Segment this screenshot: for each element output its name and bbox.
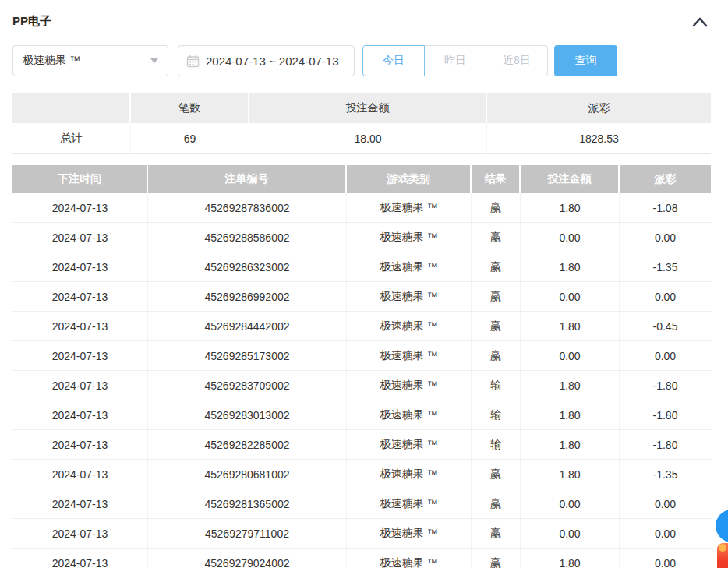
cell-result: 赢: [472, 252, 521, 281]
cell-bet-amount: 1.80: [521, 312, 620, 340]
cell-bet-time: 2024-07-13: [12, 371, 148, 400]
chevron-up-icon[interactable]: [691, 15, 709, 29]
summary-total-count: 69: [131, 123, 249, 153]
cell-result: 赢: [472, 460, 521, 489]
cell-result: 赢: [472, 223, 521, 252]
cell-order-id: 45269285173002: [148, 341, 347, 370]
cell-bet-time: 2024-07-13: [12, 400, 148, 429]
cell-bet-amount: 1.80: [521, 400, 620, 429]
table-row: 2024-07-1345269284442002极速糖果 ™赢1.80-0.45: [12, 312, 711, 341]
cell-payout: -1.08: [620, 193, 711, 222]
cell-bet-amount: 1.80: [521, 252, 620, 281]
cell-bet-time: 2024-07-13: [12, 252, 148, 281]
cell-payout: 0.00: [620, 489, 711, 518]
cell-order-id: 45269279024002: [148, 549, 347, 568]
cell-result: 赢: [472, 193, 521, 222]
summary-total-row: 总计 69 18.00 1828.53: [12, 123, 711, 154]
summary-header-bet-amount: 投注金额: [249, 93, 487, 123]
cell-payout: -1.80: [620, 430, 711, 459]
cell-order-id: 45269283013002: [148, 400, 347, 429]
cell-order-id: 45269288586002: [148, 223, 347, 252]
table-row: 2024-07-1345269283013002极速糖果 ™输1.80-1.80: [12, 400, 711, 430]
table-row: 2024-07-1345269279024002极速糖果 ™赢1.800.00: [12, 549, 711, 568]
game-select-value: 极速糖果 ™: [23, 54, 150, 68]
cell-result: 输: [472, 371, 521, 400]
cell-payout: -1.35: [620, 252, 711, 281]
date-range-picker[interactable]: 2024-07-13 ~ 2024-07-13: [178, 45, 355, 76]
cell-order-id: 45269287836002: [148, 193, 347, 222]
cell-bet-amount: 1.80: [521, 193, 620, 222]
cell-game-type: 极速糖果 ™: [347, 549, 472, 568]
cell-result: 赢: [472, 549, 521, 568]
cell-bet-time: 2024-07-13: [12, 489, 148, 518]
betting-records-panel: PP电子 极速糖果 ™ 2024-07-13 ~ 2024-07-13 今日昨日…: [0, 0, 728, 568]
cell-result: 赢: [472, 519, 521, 548]
quick-range-group: 今日昨日近8日: [362, 45, 548, 76]
search-button[interactable]: 查询: [554, 45, 617, 76]
col-header-game-type: 游戏类别: [347, 165, 472, 193]
cell-payout: 0.00: [620, 282, 711, 311]
summary-header-empty: [12, 93, 131, 123]
cell-payout: -1.35: [620, 460, 711, 489]
table-row: 2024-07-1345269282285002极速糖果 ™输1.80-1.80: [12, 430, 711, 460]
cell-bet-amount: 0.00: [521, 223, 620, 252]
cell-game-type: 极速糖果 ™: [347, 252, 472, 281]
cell-payout: -0.45: [620, 312, 711, 340]
cell-result: 输: [472, 400, 521, 429]
cell-bet-amount: 0.00: [521, 341, 620, 370]
col-header-order-id: 注单编号: [148, 165, 347, 193]
cell-bet-time: 2024-07-13: [12, 282, 148, 311]
cell-order-id: 45269286323002: [148, 252, 347, 281]
cell-order-id: 45269279711002: [148, 519, 347, 548]
cell-bet-time: 2024-07-13: [12, 549, 148, 568]
summary-total-bet-amount: 18.00: [249, 123, 487, 153]
cell-payout: -1.80: [620, 400, 711, 429]
summary-total-payout: 1828.53: [487, 123, 711, 153]
date-range-value: 2024-07-13 ~ 2024-07-13: [206, 55, 339, 68]
cell-result: 输: [472, 430, 521, 459]
cell-order-id: 45269283709002: [148, 371, 347, 400]
quick-range-yesterday-button[interactable]: 昨日: [424, 45, 486, 76]
cell-bet-amount: 1.80: [521, 430, 620, 459]
cell-bet-amount: 0.00: [521, 489, 620, 518]
col-header-result: 结果: [472, 165, 521, 193]
cell-bet-amount: 1.80: [521, 549, 620, 568]
cell-order-id: 45269281365002: [148, 489, 347, 518]
red-envelope-icon[interactable]: [717, 543, 728, 568]
table-row: 2024-07-1345269285173002极速糖果 ™赢0.000.00: [12, 341, 711, 371]
summary-table: 笔数 投注金额 派彩 总计 69 18.00 1828.53: [12, 93, 711, 154]
customer-service-icon[interactable]: [716, 510, 728, 542]
page-title: PP电子: [12, 14, 51, 29]
cell-order-id: 45269282285002: [148, 430, 347, 459]
quick-range-last-8-days-button[interactable]: 近8日: [486, 45, 548, 76]
table-row: 2024-07-1345269288586002极速糖果 ™赢0.000.00: [12, 223, 711, 252]
cell-bet-amount: 0.00: [521, 519, 620, 548]
cell-payout: -1.80: [620, 371, 711, 400]
cell-game-type: 极速糖果 ™: [347, 312, 472, 340]
cell-game-type: 极速糖果 ™: [347, 460, 472, 489]
filter-bar: 极速糖果 ™ 2024-07-13 ~ 2024-07-13 今日昨日近8日 查…: [12, 45, 617, 76]
cell-bet-amount: 1.80: [521, 460, 620, 489]
cell-game-type: 极速糖果 ™: [347, 400, 472, 429]
table-row: 2024-07-1345269281365002极速糖果 ™赢0.000.00: [12, 489, 711, 519]
cell-order-id: 45269286992002: [148, 282, 347, 311]
cell-payout: 0.00: [620, 549, 711, 568]
game-select[interactable]: 极速糖果 ™: [12, 45, 168, 76]
quick-range-today-button[interactable]: 今日: [362, 45, 425, 76]
cell-bet-amount: 0.00: [521, 282, 620, 311]
cell-bet-time: 2024-07-13: [12, 193, 148, 222]
table-row: 2024-07-1345269279711002极速糖果 ™赢0.000.00: [12, 519, 711, 549]
table-row: 2024-07-1345269286992002极速糖果 ™赢0.000.00: [12, 282, 711, 312]
cell-game-type: 极速糖果 ™: [347, 430, 472, 459]
table-row: 2024-07-1345269280681002极速糖果 ™赢1.80-1.35: [12, 460, 711, 489]
bet-records-table: 下注时间 注单编号 游戏类别 结果 投注金额 派彩 2024-07-134526…: [12, 165, 711, 568]
col-header-payout: 派彩: [620, 165, 711, 193]
panel-header: PP电子: [12, 14, 716, 29]
cell-result: 赢: [472, 312, 521, 340]
summary-header-row: 笔数 投注金额 派彩: [12, 93, 711, 123]
cell-game-type: 极速糖果 ™: [347, 489, 472, 518]
cell-result: 赢: [472, 341, 521, 370]
table-row: 2024-07-1345269287836002极速糖果 ™赢1.80-1.08: [12, 193, 711, 223]
chevron-down-icon: [150, 58, 158, 63]
calendar-icon: [186, 55, 200, 68]
